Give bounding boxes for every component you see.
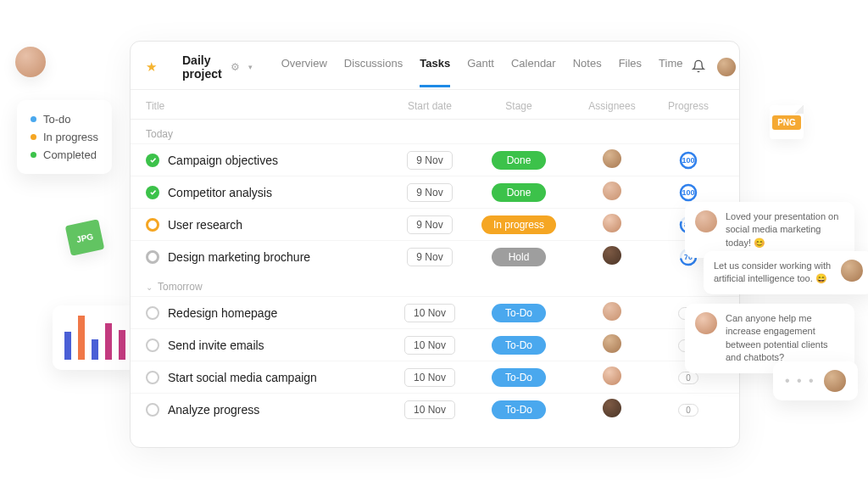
legend-row: To-do — [31, 110, 98, 128]
assignee-avatar[interactable] — [603, 302, 621, 321]
assignee-avatar[interactable] — [603, 246, 621, 265]
tab-time[interactable]: Time — [659, 57, 682, 78]
comment-text: Can anyone help me increase engagement b… — [726, 312, 844, 365]
column-headers: Title Start date Stage Assignees Progres… — [131, 90, 739, 120]
comment-avatar — [841, 260, 863, 282]
comment-bubble[interactable]: Loved your presentation on social media … — [685, 202, 854, 258]
task-row[interactable]: Redesign homepage10 NovTo-Do0 — [131, 296, 739, 328]
tab-files[interactable]: Files — [619, 57, 642, 78]
legend-row: Completed — [31, 146, 98, 164]
legend-card: To-doIn progressCompleted — [17, 100, 112, 174]
task-title: User research — [168, 218, 242, 232]
progress-ring[interactable]: 100 — [679, 183, 698, 202]
comment-text: Loved your presentation on social media … — [726, 210, 844, 249]
task-row[interactable]: Start social media campaign10 NovTo-Do0 — [131, 361, 739, 393]
chevron-down-icon[interactable]: ▾ — [248, 63, 253, 71]
assignee-avatar[interactable] — [603, 399, 621, 417]
task-row[interactable]: Send invite emails10 NovTo-Do0 — [131, 328, 739, 361]
tab-overview[interactable]: Overview — [281, 57, 327, 78]
stage-badge[interactable]: In progress — [481, 215, 556, 234]
bell-icon[interactable] — [692, 59, 705, 76]
start-date-chip[interactable]: 9 Nov — [407, 248, 452, 266]
stage-badge[interactable]: To-Do — [492, 368, 546, 387]
col-header-stage[interactable]: Stage — [468, 100, 570, 112]
tab-discussions[interactable]: Discussions — [344, 57, 403, 78]
start-date-chip[interactable]: 9 Nov — [407, 183, 452, 202]
tab-calendar[interactable]: Calendar — [511, 57, 556, 78]
assignee-avatar[interactable] — [603, 367, 621, 385]
start-date-chip[interactable]: 10 Nov — [404, 400, 455, 419]
task-list: TodayCampaign objectives9 NovDone100Comp… — [131, 120, 739, 425]
stage-badge[interactable]: To-Do — [492, 400, 546, 419]
col-header-assignees[interactable]: Assignees — [570, 100, 654, 112]
png-file-chip: PNG — [770, 105, 804, 139]
tabs: OverviewDiscussionsTasksGanttCalendarNot… — [281, 57, 683, 78]
task-row[interactable]: Design marketing brochure9 NovHold70 — [131, 240, 739, 272]
task-row[interactable]: Competitor analysis9 NovDone100 — [131, 176, 739, 208]
progress-zero[interactable]: 0 — [678, 372, 698, 384]
typing-indicator-card: • • • — [773, 361, 858, 400]
task-title: Campaign objectives — [168, 154, 278, 167]
task-title: Analyze progress — [168, 403, 259, 417]
status-todo-icon[interactable] — [146, 403, 159, 417]
section-header[interactable]: Today — [131, 120, 739, 143]
progress-zero[interactable]: 0 — [678, 404, 698, 417]
typing-dots-icon: • • • — [785, 373, 815, 389]
task-title: Redesign homepage — [168, 306, 277, 320]
legend-dot-icon — [31, 134, 36, 140]
task-title: Design marketing brochure — [168, 250, 310, 264]
section-header[interactable]: ⌄Tomorrow — [131, 272, 739, 296]
status-inprogress-icon[interactable] — [146, 218, 159, 232]
assignee-avatar[interactable] — [603, 182, 621, 200]
col-header-start[interactable]: Start date — [392, 100, 468, 112]
tab-tasks[interactable]: Tasks — [420, 57, 450, 87]
start-date-chip[interactable]: 9 Nov — [407, 151, 452, 170]
section-label: Today — [146, 128, 173, 140]
stage-badge[interactable]: Hold — [492, 248, 546, 266]
col-header-progress[interactable]: Progress — [654, 100, 722, 112]
chart-bar — [105, 323, 112, 360]
stage-badge[interactable]: Done — [492, 151, 546, 170]
stage-badge[interactable]: To-Do — [492, 304, 546, 322]
task-row[interactable]: Analyze progress10 NovTo-Do0 — [131, 393, 739, 425]
status-todo-icon[interactable] — [146, 306, 159, 320]
status-done-icon[interactable] — [146, 154, 159, 167]
legend-label: In progress — [43, 131, 98, 143]
comment-avatar — [695, 312, 717, 334]
tab-gantt[interactable]: Gantt — [467, 57, 494, 78]
chart-bar — [119, 330, 125, 360]
tab-notes[interactable]: Notes — [573, 57, 602, 78]
status-done-icon[interactable] — [146, 186, 159, 199]
jpg-file-chip: JPG — [65, 219, 105, 256]
project-title[interactable]: Daily project — [182, 53, 222, 81]
start-date-chip[interactable]: 10 Nov — [404, 336, 455, 355]
task-title: Send invite emails — [168, 339, 264, 352]
mini-bar-chart — [53, 305, 137, 370]
start-date-chip[interactable]: 9 Nov — [407, 215, 452, 234]
chart-bar — [78, 316, 85, 360]
current-user-avatar[interactable] — [717, 58, 736, 76]
status-todo-icon[interactable] — [146, 339, 159, 352]
stage-badge[interactable]: Done — [492, 183, 546, 202]
stage-badge[interactable]: To-Do — [492, 336, 546, 355]
status-todo-icon[interactable] — [146, 371, 159, 384]
app-window: ★ Daily project ⚙ ▾ OverviewDiscussionsT… — [130, 41, 740, 448]
task-title: Start social media campaign — [168, 371, 317, 384]
start-date-chip[interactable]: 10 Nov — [404, 368, 455, 387]
comment-avatar — [695, 210, 717, 232]
legend-label: To-do — [43, 113, 71, 126]
section-label: Tomorrow — [158, 281, 203, 293]
assignee-avatar[interactable] — [603, 334, 621, 353]
gear-icon[interactable]: ⚙ — [231, 61, 240, 73]
status-hold-icon[interactable] — [146, 250, 159, 264]
task-row[interactable]: Campaign objectives9 NovDone100 — [131, 143, 739, 176]
assignee-avatar[interactable] — [603, 214, 621, 232]
col-header-title[interactable]: Title — [146, 100, 392, 112]
chart-bar — [64, 332, 71, 360]
task-row[interactable]: User research9 NovIn progress80 — [131, 208, 739, 240]
comment-bubble[interactable]: Let us consider working with artificial … — [704, 251, 868, 294]
star-icon[interactable]: ★ — [146, 59, 157, 75]
progress-ring[interactable]: 100 — [679, 151, 698, 170]
assignee-avatar[interactable] — [603, 149, 621, 168]
start-date-chip[interactable]: 10 Nov — [404, 304, 455, 322]
